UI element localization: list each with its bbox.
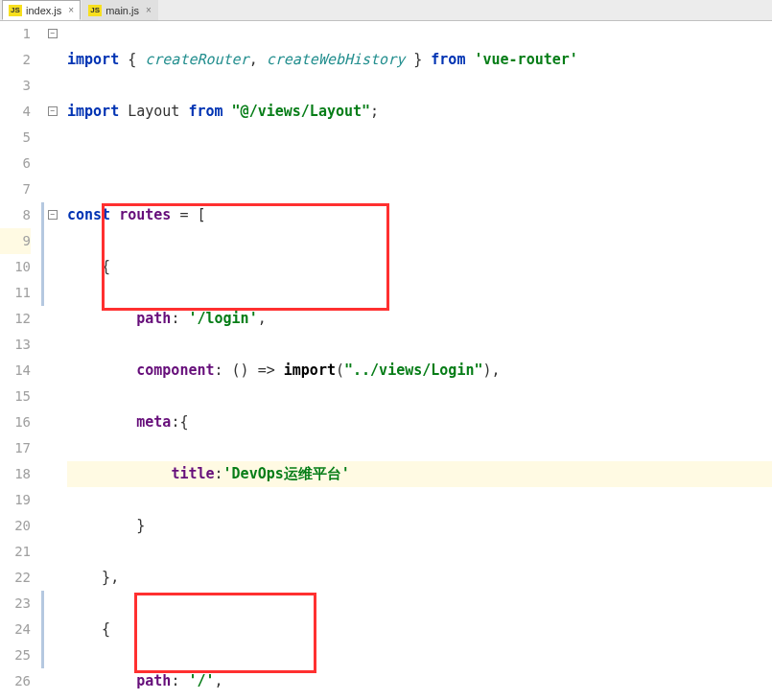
line-number: 14 xyxy=(0,358,31,384)
line-number: 4 xyxy=(0,99,31,125)
code-line: import { createRouter, createWebHistory … xyxy=(67,47,772,73)
code-line: import Layout from "@/views/Layout"; xyxy=(67,99,772,125)
line-number: 17 xyxy=(0,435,31,461)
tab-index-js[interactable]: index.js × xyxy=(2,0,81,20)
line-number: 22 xyxy=(0,565,31,591)
line-number: 26 xyxy=(0,668,31,694)
fold-gutter: − − − xyxy=(46,21,61,700)
close-icon[interactable]: × xyxy=(68,5,74,15)
line-number: 3 xyxy=(0,73,31,99)
code-line xyxy=(67,151,772,176)
fold-icon[interactable]: − xyxy=(48,29,58,38)
line-number: 10 xyxy=(0,254,31,280)
line-number: 16 xyxy=(0,409,31,435)
code-line: }, xyxy=(67,565,772,591)
tab-label: main.js xyxy=(105,5,139,16)
code-line: } xyxy=(67,513,772,539)
line-number: 2 xyxy=(0,47,31,73)
line-number: 13 xyxy=(0,332,31,358)
tab-main-js[interactable]: main.js × xyxy=(82,0,158,20)
js-file-icon xyxy=(9,5,22,16)
code-line: component: () => import("../views/Login"… xyxy=(67,358,772,384)
change-marker xyxy=(41,591,44,668)
line-number: 15 xyxy=(0,384,31,409)
line-number: 8 xyxy=(0,202,31,228)
change-marker xyxy=(41,202,44,306)
fold-icon[interactable]: − xyxy=(48,210,58,220)
line-number: 9 xyxy=(0,228,31,254)
code-line: title:'DevOps运维平台' xyxy=(67,461,772,487)
line-number: 25 xyxy=(0,642,31,668)
tab-label: index.js xyxy=(26,5,61,16)
close-icon[interactable]: × xyxy=(146,5,152,15)
line-number: 12 xyxy=(0,306,31,332)
fold-icon[interactable]: − xyxy=(48,106,58,116)
code-line: const routes = [ xyxy=(67,202,772,228)
line-number: 18 xyxy=(0,461,31,487)
line-number: 6 xyxy=(0,151,31,176)
code-line: path: '/', xyxy=(67,668,772,694)
line-number: 20 xyxy=(0,513,31,539)
line-number: 1 xyxy=(0,21,31,47)
line-number: 11 xyxy=(0,280,31,306)
code-line: meta:{ xyxy=(67,409,772,435)
line-number: 5 xyxy=(0,125,31,151)
line-number: 19 xyxy=(0,487,31,513)
js-file-icon xyxy=(88,5,102,16)
tab-bar: index.js × main.js × xyxy=(0,0,772,21)
line-number: 21 xyxy=(0,539,31,565)
code-area[interactable]: import { createRouter, createWebHistory … xyxy=(61,21,772,700)
line-number: 24 xyxy=(0,617,31,642)
line-number: 7 xyxy=(0,176,31,202)
code-line: { xyxy=(67,254,772,280)
line-number: 23 xyxy=(0,591,31,617)
code-line: path: '/login', xyxy=(67,306,772,332)
code-line: { xyxy=(67,617,772,642)
line-number-gutter: 1 2 3 4 5 6 7 8 9 10 11 12 13 14 15 16 1… xyxy=(0,21,40,700)
code-editor[interactable]: 1 2 3 4 5 6 7 8 9 10 11 12 13 14 15 16 1… xyxy=(0,21,772,700)
